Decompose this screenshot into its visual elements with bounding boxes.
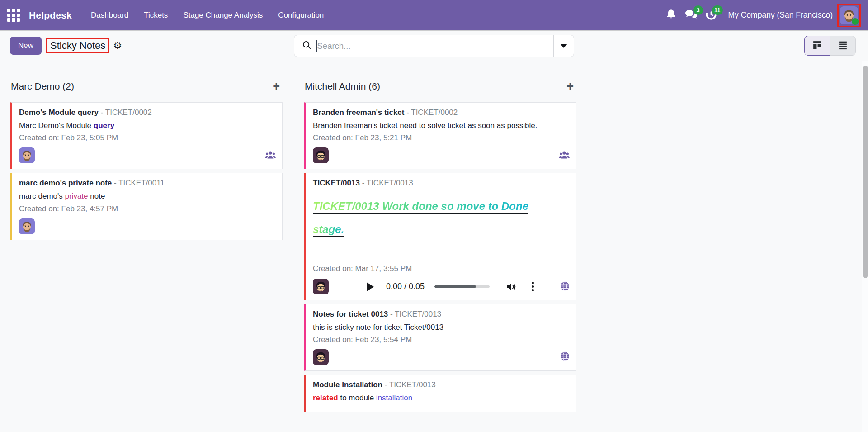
top-navbar: Helpdesk DashboardTicketsStage Change An… bbox=[0, 0, 868, 30]
activities-badge: 11 bbox=[712, 5, 723, 15]
nav-item-tickets[interactable]: Tickets bbox=[137, 7, 174, 24]
kanban-view-button[interactable] bbox=[804, 36, 830, 56]
card-ticket-ref: TICKET/0002 bbox=[404, 108, 458, 117]
card-created-on: Created on: Feb 23, 5:21 PM bbox=[313, 133, 570, 142]
card-created-on: Created on: Feb 23, 5:05 PM bbox=[19, 133, 276, 142]
card-body: Marc Demo's Module query bbox=[19, 120, 257, 132]
globe-icon bbox=[560, 281, 570, 292]
nav-menu: DashboardTicketsStage Change AnalysisCon… bbox=[85, 7, 330, 24]
card-body: Branden freeman's ticket need to solve t… bbox=[313, 120, 551, 132]
globe-icon bbox=[560, 351, 570, 363]
card-title-line: Notes for ticket 0013TICKET/0013 bbox=[313, 310, 570, 319]
card-footer-icons bbox=[560, 351, 570, 365]
card-body: marc demo's private note bbox=[19, 190, 257, 202]
users-icon bbox=[559, 151, 570, 161]
app-brand[interactable]: Helpdesk bbox=[29, 10, 72, 21]
card-body-text: query bbox=[94, 121, 114, 130]
kanban-card[interactable]: TICKET/0013TICKET/0013TICKET/0013 Work d… bbox=[304, 173, 576, 300]
card-title-line: Module InstallationTICKET/0013 bbox=[313, 380, 570, 389]
card-audio-row: 0:00 / 0:05 bbox=[313, 279, 570, 294]
card-body-text: marc demo's bbox=[19, 192, 65, 200]
control-panel: New Sticky Notes ⚙ bbox=[0, 30, 868, 61]
kanban-card[interactable]: Branden freeman's ticketTICKET/0002Brand… bbox=[304, 102, 576, 169]
card-footer bbox=[19, 218, 276, 234]
card-ticket-ref: TICKET/0013 bbox=[388, 310, 441, 318]
avatar bbox=[313, 279, 329, 294]
card-title: TICKET/0013 bbox=[313, 179, 360, 187]
card-body-text: this is sticky note for ticket Ticket/00… bbox=[313, 323, 443, 332]
card-body-text: Branden freeman's ticket need to solve t… bbox=[313, 121, 538, 130]
kanban-card[interactable]: Module InstallationTICKET/0013related to… bbox=[304, 375, 576, 412]
card-ticket-ref: TICKET/0011 bbox=[112, 179, 165, 187]
scrollbar-thumb[interactable] bbox=[863, 66, 868, 278]
kanban-card[interactable]: marc demo's private noteTICKET/0011marc … bbox=[10, 173, 283, 240]
card-body-text: to module bbox=[338, 394, 376, 402]
kanban-board: Marc Demo (2)+Demo's Module queryTICKET/… bbox=[0, 61, 862, 432]
list-view-icon bbox=[838, 40, 848, 52]
column-title: Marc Demo (2) bbox=[11, 81, 74, 92]
new-button[interactable]: New bbox=[10, 37, 42, 55]
card-title-line: Branden freeman's ticketTICKET/0002 bbox=[313, 108, 570, 117]
card-body-text: TICKET/0013 Work done so move to Done st… bbox=[313, 200, 528, 237]
search-icon bbox=[302, 40, 311, 52]
card-created-on: Created on: Feb 23, 5:54 PM bbox=[313, 335, 570, 344]
search-dropdown-toggle[interactable] bbox=[553, 35, 574, 57]
card-ticket-ref: TICKET/0013 bbox=[382, 380, 436, 389]
column-title: Mitchell Admin (6) bbox=[305, 81, 380, 92]
card-body-text: Marc Demo's Module bbox=[19, 121, 94, 130]
user-avatar-annotation bbox=[837, 4, 861, 27]
play-button[interactable] bbox=[367, 282, 374, 291]
card-title-line: marc demo's private noteTICKET/0011 bbox=[19, 179, 276, 188]
list-view-button[interactable] bbox=[830, 36, 856, 56]
card-footer-icons bbox=[265, 151, 276, 163]
avatar bbox=[19, 147, 35, 163]
nav-item-configuration[interactable]: Configuration bbox=[272, 7, 330, 24]
notifications-button[interactable] bbox=[661, 5, 681, 25]
company-switcher[interactable]: My Company (San Francisco) bbox=[728, 10, 833, 20]
column-header: Marc Demo (2)+ bbox=[11, 81, 280, 92]
card-footer-icons bbox=[559, 151, 570, 163]
card-title: marc demo's private note bbox=[19, 179, 112, 187]
navbar-right: 3 11 My Company (San Francisco) bbox=[661, 4, 863, 27]
gear-icon[interactable]: ⚙ bbox=[113, 41, 122, 51]
avatar bbox=[313, 349, 329, 365]
card-title: Demo's Module query bbox=[19, 108, 99, 117]
kanban-card[interactable]: Demo's Module queryTICKET/0002Marc Demo'… bbox=[10, 102, 283, 169]
audio-time: 0:00 / 0:05 bbox=[386, 282, 425, 291]
online-status-dot bbox=[852, 18, 859, 25]
column-header: Mitchell Admin (6)+ bbox=[305, 81, 574, 92]
volume-icon[interactable] bbox=[506, 282, 517, 292]
audio-player[interactable]: 0:00 / 0:05 bbox=[367, 280, 535, 293]
card-body-text: note bbox=[88, 192, 105, 200]
page-title: Sticky Notes bbox=[46, 38, 109, 53]
card-body: TICKET/0013 Work done so move to Done st… bbox=[313, 195, 551, 241]
card-body-text[interactable]: installation bbox=[376, 394, 412, 402]
audio-seek-fill bbox=[434, 285, 476, 288]
users-icon bbox=[265, 151, 276, 161]
messages-button[interactable]: 3 bbox=[681, 5, 701, 25]
card-ticket-ref: TICKET/0002 bbox=[99, 108, 152, 117]
chevron-down-icon bbox=[560, 44, 567, 48]
search-main bbox=[294, 35, 553, 57]
column-add-button[interactable]: + bbox=[566, 82, 574, 91]
apps-menu-icon[interactable] bbox=[7, 9, 20, 22]
card-title: Notes for ticket 0013 bbox=[313, 310, 388, 318]
card-body: related to module installation bbox=[313, 392, 551, 404]
card-title-line: TICKET/0013TICKET/0013 bbox=[313, 179, 570, 188]
card-title-line: Demo's Module queryTICKET/0002 bbox=[19, 108, 276, 117]
card-footer bbox=[313, 147, 570, 163]
search-input[interactable] bbox=[317, 41, 554, 51]
audio-seek-slider[interactable] bbox=[434, 285, 490, 288]
nav-item-dashboard[interactable]: Dashboard bbox=[85, 7, 135, 24]
bell-icon bbox=[665, 9, 677, 22]
kanban-view-icon bbox=[812, 40, 822, 52]
kanban-card[interactable]: Notes for ticket 0013TICKET/0013this is … bbox=[304, 304, 576, 371]
card-ticket-ref: TICKET/0013 bbox=[360, 179, 413, 187]
activities-button[interactable]: 11 bbox=[701, 5, 721, 25]
kanban-column: Mitchell Admin (6)+Branden freeman's tic… bbox=[304, 61, 576, 432]
audio-menu-button[interactable] bbox=[530, 280, 535, 293]
card-title: Branden freeman's ticket bbox=[313, 108, 404, 117]
column-add-button[interactable]: + bbox=[273, 82, 280, 91]
avatar bbox=[313, 147, 329, 163]
nav-item-stage-change-analysis[interactable]: Stage Change Analysis bbox=[177, 7, 269, 24]
